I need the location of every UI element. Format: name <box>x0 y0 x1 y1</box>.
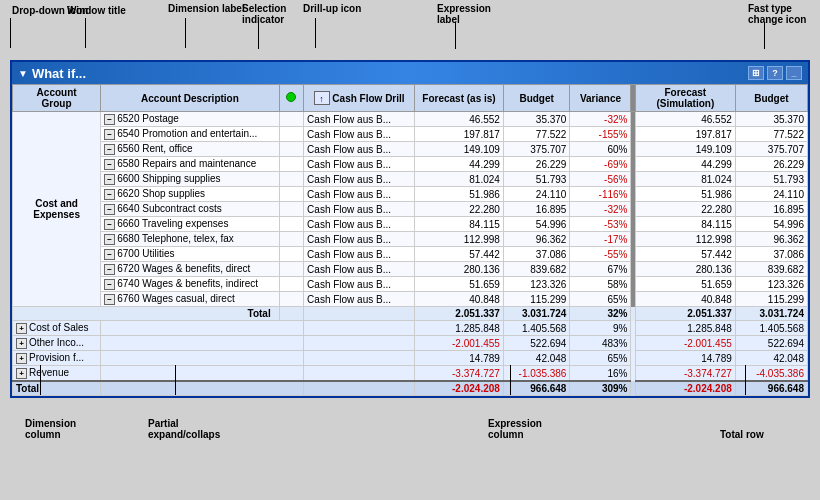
row-indicator <box>279 292 303 307</box>
subtotal-indicator <box>279 307 303 321</box>
row-cashflow: Cash Flow aus B... <box>304 112 415 127</box>
table-body: Cost andExpenses −6520 Postage Cash Flow… <box>13 112 808 396</box>
col-cashflow: ↑ Cash Flow Drill <box>304 85 415 112</box>
cat-cashflow <box>304 351 415 366</box>
cat-cashflow <box>304 321 415 336</box>
row-fsim: 81.024 <box>635 172 735 187</box>
row-forecast: 51.986 <box>415 187 504 202</box>
row-fsim: 280.136 <box>635 262 735 277</box>
expand-icon[interactable]: − <box>104 294 115 305</box>
row-indicator <box>279 232 303 247</box>
row-forecast: 112.998 <box>415 232 504 247</box>
row-forecast: 81.024 <box>415 172 504 187</box>
help-icon[interactable]: ? <box>767 66 783 80</box>
row-budget: 839.682 <box>503 262 570 277</box>
expand-icon-cat3[interactable]: + <box>16 353 27 364</box>
expand-icon[interactable]: − <box>104 279 115 290</box>
row-variance: -32% <box>570 202 631 217</box>
cat-budget: -1.035.386 <box>503 366 570 382</box>
cat-desc <box>101 336 304 351</box>
expand-icon-cat4[interactable]: + <box>16 368 27 379</box>
row-desc: −6540 Promotion and entertain... <box>101 127 279 142</box>
row-fsim: 22.280 <box>635 202 735 217</box>
row-desc: −6660 Traveling expenses <box>101 217 279 232</box>
expand-icon[interactable]: − <box>104 234 115 245</box>
cat-row-cost-sales: +Cost of Sales 1.285.848 1.405.568 9% 1.… <box>13 321 808 336</box>
cat-budget2: 42.048 <box>735 351 807 366</box>
cat-fsim: -2.001.455 <box>635 336 735 351</box>
table-row: −6720 Wages & benefits, direct Cash Flow… <box>13 262 808 277</box>
expand-icon[interactable]: − <box>104 174 115 185</box>
cat-desc <box>101 321 304 336</box>
annotation-partial-expand: Partialexpand/collaps <box>148 418 220 440</box>
annotation-window-title: Window title <box>67 5 126 16</box>
minimize-icon[interactable]: _ <box>786 66 802 80</box>
row-desc: −6720 Wages & benefits, direct <box>101 262 279 277</box>
expand-icon[interactable]: − <box>104 114 115 125</box>
table-row: −6760 Wages casual, direct Cash Flow aus… <box>13 292 808 307</box>
cat-variance: 65% <box>570 351 631 366</box>
table-row: −6560 Rent, office Cash Flow aus B... 14… <box>13 142 808 157</box>
cat-group: +Provision f... <box>13 351 101 366</box>
drill-up-icon[interactable]: ↑ <box>314 91 330 105</box>
row-variance: -69% <box>570 157 631 172</box>
expand-icon[interactable]: − <box>104 144 115 155</box>
row-variance: 58% <box>570 277 631 292</box>
row-forecast: 46.552 <box>415 112 504 127</box>
row-forecast: 44.299 <box>415 157 504 172</box>
dropdown-icon[interactable]: ▼ <box>18 68 28 79</box>
window-icon1[interactable]: ⊞ <box>748 66 764 80</box>
row-budget2: 16.895 <box>735 202 807 217</box>
annotation-expression-label: Expressionlabel <box>437 3 491 25</box>
expand-icon[interactable]: − <box>104 204 115 215</box>
grand-total-variance: 309% <box>570 381 631 396</box>
row-budget: 26.229 <box>503 157 570 172</box>
cat-budget: 42.048 <box>503 351 570 366</box>
row-budget2: 839.682 <box>735 262 807 277</box>
row-cashflow: Cash Flow aus B... <box>304 247 415 262</box>
grand-total-label: Total <box>13 381 101 396</box>
row-budget2: 37.086 <box>735 247 807 262</box>
cat-row-revenue: +Revenue -3.374.727 -1.035.386 16% -3.37… <box>13 366 808 382</box>
row-variance: -55% <box>570 247 631 262</box>
group-label-cost-expenses: Cost andExpenses <box>13 112 101 307</box>
header-row-1: AccountGroup Account Description ↑ Cash … <box>13 85 808 112</box>
main-window: ▼ What if... ⊞ ? _ AccountGroup Account … <box>10 60 810 398</box>
col-budget: Budget <box>503 85 570 112</box>
cat-forecast: -3.374.727 <box>415 366 504 382</box>
expand-icon[interactable]: − <box>104 264 115 275</box>
annotation-dimension-column: Dimensioncolumn <box>25 418 76 440</box>
row-variance: 60% <box>570 142 631 157</box>
row-cashflow: Cash Flow aus B... <box>304 172 415 187</box>
expand-icon[interactable]: − <box>104 189 115 200</box>
expand-icon[interactable]: − <box>104 129 115 140</box>
row-budget2: 115.299 <box>735 292 807 307</box>
row-budget2: 26.229 <box>735 157 807 172</box>
row-forecast: 22.280 <box>415 202 504 217</box>
row-forecast: 40.848 <box>415 292 504 307</box>
row-desc: −6760 Wages casual, direct <box>101 292 279 307</box>
row-budget: 16.895 <box>503 202 570 217</box>
cat-desc <box>101 351 304 366</box>
subtotal-row: Total 2.051.337 3.031.724 32% 2.051.337 … <box>13 307 808 321</box>
annotation-dimension-label: Dimension label <box>168 3 245 14</box>
annotation-selection: Selectionindicator <box>242 3 286 25</box>
row-variance: -116% <box>570 187 631 202</box>
expand-icon[interactable]: − <box>104 249 115 260</box>
row-fsim: 84.115 <box>635 217 735 232</box>
row-desc: −6580 Repairs and maintenance <box>101 157 279 172</box>
row-fsim: 57.442 <box>635 247 735 262</box>
cat-fsim: -3.374.727 <box>635 366 735 382</box>
row-budget: 77.522 <box>503 127 570 142</box>
expand-icon[interactable]: − <box>104 159 115 170</box>
cat-budget: 522.694 <box>503 336 570 351</box>
expand-icon-cat2[interactable]: + <box>16 338 27 349</box>
expand-icon-cat[interactable]: + <box>16 323 27 334</box>
row-forecast: 84.115 <box>415 217 504 232</box>
expand-icon[interactable]: − <box>104 219 115 230</box>
cat-group: +Other Inco... <box>13 336 101 351</box>
row-variance: -155% <box>570 127 631 142</box>
row-budget2: 96.362 <box>735 232 807 247</box>
arrow-dimension-col <box>40 365 41 395</box>
main-table: AccountGroup Account Description ↑ Cash … <box>12 84 808 396</box>
